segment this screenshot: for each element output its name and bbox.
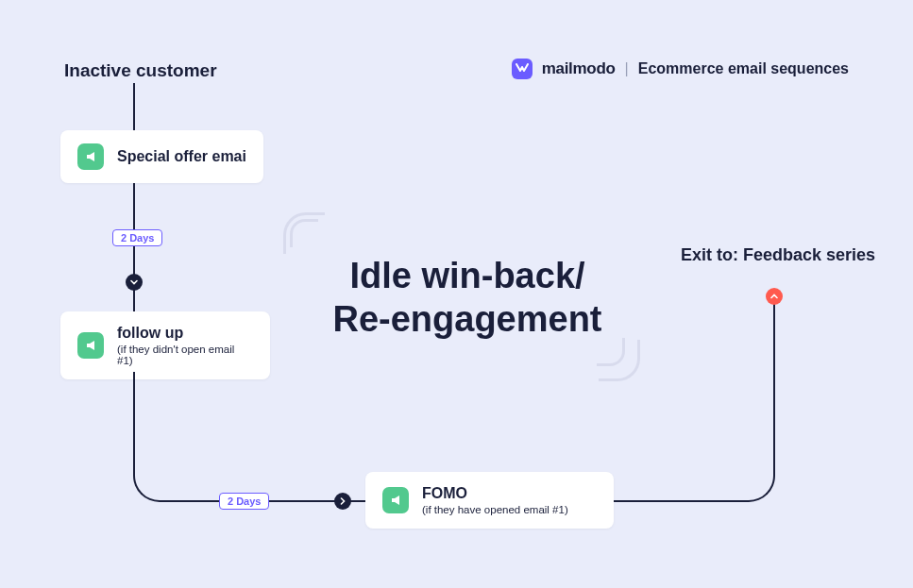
card-title: follow up — [117, 325, 253, 342]
connector-line — [614, 500, 737, 502]
brand-subtitle: Ecommerce email sequences — [638, 60, 849, 77]
card-subtitle: (if they didn't open email #1) — [117, 344, 253, 366]
trigger-label: Inactive customer — [64, 60, 217, 81]
megaphone-icon — [382, 487, 409, 513]
megaphone-icon — [77, 143, 104, 170]
chevron-down-icon — [126, 274, 143, 291]
card-subtitle: (if they have opened email #1) — [422, 504, 568, 515]
delay-badge: 2 Days — [219, 493, 269, 510]
connector-line — [133, 372, 135, 474]
delay-badge: 2 Days — [112, 229, 162, 246]
connector-line — [133, 83, 135, 130]
card-title: FOMO — [422, 485, 568, 502]
brand-name: mailmodo — [542, 59, 616, 78]
connector-line — [773, 304, 775, 464]
megaphone-icon — [77, 332, 104, 359]
email-step-card: FOMO (if they have opened email #1) — [365, 472, 614, 529]
exit-label: Exit to: Feedback series — [681, 245, 875, 265]
connector-line — [133, 183, 135, 311]
connector-corner — [133, 462, 173, 502]
decoration-top-left-icon — [290, 219, 318, 247]
brand-divider: | — [625, 60, 629, 77]
diagram-title: Idle win-back/ Re-engagement — [293, 255, 642, 341]
title-line1: Idle win-back/ — [293, 255, 642, 298]
email-step-card: follow up (if they didn't open email #1) — [60, 311, 270, 379]
mailmodo-logo-icon — [512, 59, 533, 79]
email-step-card: Special offer emai — [60, 130, 263, 183]
card-title: Special offer emai — [117, 148, 246, 165]
connector-corner — [735, 462, 775, 502]
chevron-right-icon — [334, 493, 351, 510]
brand-area: mailmodo | Ecommerce email sequences — [512, 59, 849, 79]
chevron-up-icon — [766, 288, 783, 305]
title-line2: Re-engagement — [293, 298, 642, 342]
